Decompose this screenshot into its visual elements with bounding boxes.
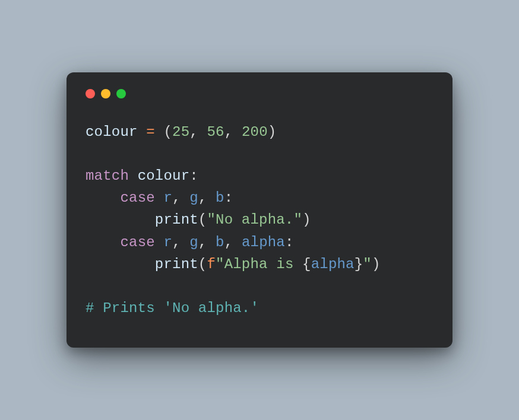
code-block: colour = (25, 56, 200) match colour: cas… — [86, 121, 433, 320]
code-keyword: case — [120, 234, 154, 250]
code-function: print — [155, 212, 198, 228]
code-comma: , — [172, 234, 181, 250]
code-comma: , — [198, 234, 207, 250]
code-brace: } — [355, 256, 363, 272]
code-paren: ( — [198, 212, 207, 228]
code-string: " — [363, 256, 372, 272]
code-pattern-var: alpha — [242, 234, 285, 250]
code-comma: , — [198, 190, 207, 206]
maximize-icon[interactable] — [116, 89, 126, 98]
code-paren: ( — [163, 124, 172, 140]
code-identifier: colour — [138, 168, 190, 184]
code-paren: ) — [372, 256, 381, 272]
code-pattern-var: b — [216, 234, 224, 250]
code-comma: , — [224, 234, 233, 250]
code-colon: : — [224, 190, 233, 206]
code-window: colour = (25, 56, 200) match colour: cas… — [67, 72, 452, 348]
code-string: "Alpha is — [216, 256, 302, 272]
code-interp-var: alpha — [311, 256, 355, 272]
code-keyword: match — [86, 168, 129, 184]
code-brace: { — [302, 256, 311, 272]
code-string: "No alpha." — [207, 212, 302, 228]
code-comma: , — [172, 190, 181, 206]
code-pattern-var: g — [189, 234, 198, 250]
code-variable: colour — [86, 124, 138, 140]
code-fstring-prefix: f — [207, 256, 216, 272]
code-number: 200 — [242, 124, 268, 140]
code-pattern-var: r — [163, 234, 172, 250]
close-icon[interactable] — [86, 89, 95, 98]
code-paren: ( — [198, 256, 207, 272]
code-pattern-var: b — [216, 190, 224, 206]
code-comment: # Prints 'No alpha.' — [86, 300, 259, 316]
code-colon: : — [285, 234, 294, 250]
window-controls — [86, 89, 433, 98]
code-function: print — [155, 256, 198, 272]
code-comma: , — [189, 124, 198, 140]
code-paren: ) — [302, 212, 311, 228]
code-paren: ) — [268, 124, 277, 140]
code-keyword: case — [120, 190, 154, 206]
code-pattern-var: g — [189, 190, 198, 206]
minimize-icon[interactable] — [101, 89, 110, 98]
code-colon: : — [189, 168, 198, 184]
code-pattern-var: r — [163, 190, 172, 206]
code-operator: = — [146, 124, 155, 140]
code-number: 25 — [172, 124, 189, 140]
code-comma: , — [224, 124, 233, 140]
code-number: 56 — [207, 124, 224, 140]
